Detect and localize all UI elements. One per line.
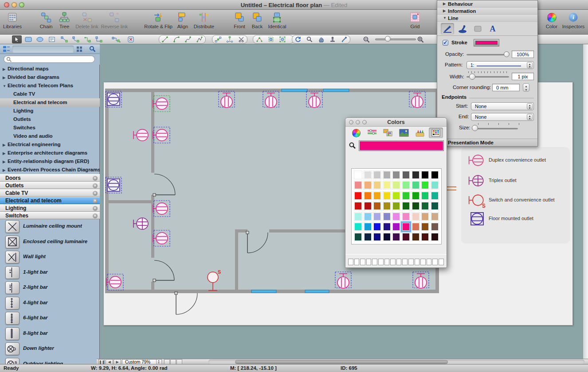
color-swatch-260d0d[interactable] [431, 232, 439, 241]
close-section-icon[interactable]: × [93, 176, 98, 181]
recent-color-cell[interactable] [415, 259, 420, 265]
color-swatch-d9a679[interactable] [421, 212, 429, 221]
color-sliders-icon[interactable] [365, 128, 379, 138]
collapse-triangle-icon[interactable]: ▶ [3, 166, 8, 174]
vertical-scrollbar[interactable] [583, 44, 588, 359]
colors-dialog-titlebar[interactable]: Colors [345, 118, 447, 127]
wall[interactable] [235, 229, 247, 232]
library-symbol-8-light-bar[interactable]: 8-light bar [0, 326, 100, 342]
color-swatch-4d110d[interactable] [421, 232, 429, 241]
color-swatch-ffffff[interactable] [354, 170, 362, 179]
color-swatch-11e6cc[interactable] [354, 222, 362, 231]
corner-rounding-stepper[interactable]: ▲▼ [523, 83, 529, 92]
recent-color-cell[interactable] [366, 259, 372, 265]
library-tree-item-switches[interactable]: Switches [0, 124, 100, 132]
library-symbol-down-lighter[interactable]: Down lighter [0, 341, 100, 357]
web-safe-colors-icon[interactable] [429, 128, 443, 138]
bar-1-icon[interactable] [5, 266, 20, 279]
color-swatch-261187[interactable] [383, 222, 391, 231]
color-swatch-b35911[interactable] [373, 202, 381, 210]
inspector-section-line[interactable]: ▼ Line [437, 15, 537, 22]
recent-color-cell[interactable] [402, 259, 408, 265]
collapse-triangle-icon[interactable]: ▶ [3, 158, 8, 166]
tool-reshape[interactable] [255, 35, 264, 43]
tool-line[interactable] [160, 35, 170, 43]
recent-color-cell[interactable] [354, 259, 360, 265]
canvas-zoom-slider-knob[interactable] [385, 36, 391, 42]
color-swatch-a68c11[interactable] [383, 202, 391, 210]
recent-color-cell[interactable] [378, 259, 384, 265]
color-swatch-a8a8e8[interactable] [373, 212, 381, 221]
color-swatch-0d0d8c[interactable] [373, 232, 381, 241]
toolbar-button-front[interactable]: Front [234, 12, 245, 29]
plan-symbol-floor[interactable] [106, 177, 122, 193]
toolbar-button-back[interactable]: Back [251, 12, 263, 29]
collapse-triangle-icon[interactable]: ▶ [3, 149, 8, 157]
color-swatch-dedede[interactable] [364, 170, 372, 179]
color-swatch-87a611[interactable] [392, 202, 400, 210]
color-swatch-f1067e[interactable] [402, 222, 410, 231]
library-tree-item-event-driven-process-chain-diagrams[interactable]: ▶Event-Driven Process Chain Diagrams [0, 166, 100, 174]
color-swatch-f2b078[interactable] [364, 181, 372, 190]
toolbar-button-inspectors[interactable]: iInspectors [562, 12, 585, 29]
tool-split[interactable] [236, 35, 246, 43]
library-tree-item-entity-relationship-diagram-erd-[interactable]: ▶Entity-relationship diagram (ERD) [0, 157, 100, 166]
presentation-mode-bar[interactable]: ▶ Presentation Mode [437, 139, 537, 146]
library-tree-item-outlets[interactable]: Outlets [0, 115, 100, 124]
color-swatch-f27a11[interactable] [364, 191, 372, 200]
color-swatch-b1b1b1[interactable] [383, 170, 391, 179]
horizontal-scrollbar[interactable] [208, 360, 584, 364]
color-swatch-2ecc2e[interactable] [402, 191, 410, 200]
color-swatch-116633[interactable] [421, 202, 429, 210]
tool-bezier[interactable] [183, 35, 193, 43]
color-swatch-e887e8[interactable] [392, 212, 400, 221]
recent-color-cell[interactable] [439, 259, 444, 265]
horizontal-scrollbar-thumb[interactable] [235, 360, 448, 364]
inspector-section-behaviour[interactable]: ▶ Behaviour [437, 0, 537, 8]
tool-select-shape[interactable] [266, 35, 276, 43]
tool-refresh[interactable] [293, 35, 303, 43]
close-section-icon[interactable]: × [93, 198, 98, 203]
library-symbol-1-light-bar[interactable]: 1-light bar [0, 265, 100, 281]
search-icon[interactable] [89, 46, 96, 52]
tool-pan[interactable] [316, 35, 326, 43]
wall[interactable] [105, 89, 439, 92]
color-swatch-8df28d[interactable] [402, 181, 410, 190]
wall[interactable] [151, 282, 154, 291]
collapse-triangle-icon[interactable]: ▶ [3, 141, 8, 149]
recent-color-cell[interactable] [348, 259, 353, 265]
color-swatch-f5f18c[interactable] [383, 181, 391, 190]
wall[interactable] [235, 232, 238, 291]
collapse-triangle-icon[interactable]: ▶ [3, 74, 8, 81]
library-section-outlets[interactable]: Outlets× [0, 182, 100, 189]
color-swatch-5f5f5f[interactable] [402, 170, 410, 179]
expand-triangle-icon[interactable]: ▼ [3, 82, 8, 90]
toolbar-button-distribute[interactable]: Distribute [194, 12, 214, 29]
search-input[interactable] [4, 55, 95, 63]
enclosed-lum-icon[interactable] [5, 236, 20, 248]
tool-chain-connector[interactable] [111, 35, 121, 43]
tool-select-group[interactable] [278, 35, 287, 43]
color-swatch-4d0d26[interactable] [402, 232, 410, 241]
tool-direct-connector[interactable] [59, 35, 69, 43]
close-section-icon[interactable]: × [93, 191, 98, 196]
plan-symbol-floor[interactable] [106, 91, 122, 107]
color-swatch-a611c4[interactable] [392, 222, 400, 231]
color-swatch-cc1111[interactable] [354, 202, 362, 210]
width-value-field[interactable]: 1 pix [512, 73, 534, 80]
tool-tree-connector[interactable] [82, 35, 92, 43]
down-lighter-icon[interactable] [5, 342, 20, 355]
door[interactable] [175, 292, 197, 314]
outdoor-lighting-icon[interactable]: S [5, 358, 20, 364]
library-symbol-2-light-bar[interactable]: 2-light bar [0, 280, 100, 296]
library-section-electrical-and-telecom[interactable]: Electrical and telecom× [0, 197, 100, 204]
color-swatch-11b392[interactable] [431, 191, 439, 200]
color-swatch-f08a8a[interactable] [354, 181, 362, 190]
size-slider[interactable] [472, 128, 518, 129]
window[interactable] [251, 290, 276, 293]
end-dropdown[interactable]: None ▲▼ [471, 113, 534, 121]
color-swatch-d9f287[interactable] [392, 181, 400, 190]
color-wheel-icon[interactable] [349, 128, 363, 138]
end-stepper[interactable]: ▲▼ [527, 114, 533, 120]
tool-format-stamp[interactable] [328, 35, 337, 43]
